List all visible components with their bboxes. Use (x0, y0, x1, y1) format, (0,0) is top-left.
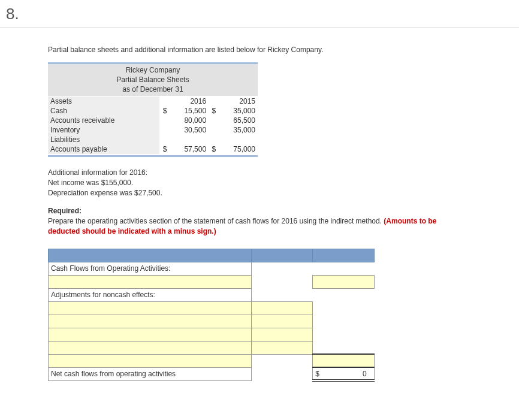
col-2015: 2015 (218, 96, 258, 106)
content: Partial balance sheets and additional in… (0, 28, 467, 388)
bs-company: Rickey Company (48, 65, 258, 75)
ws-input-r2c2[interactable] (254, 304, 310, 312)
ws-input-r6c1[interactable] (51, 356, 249, 365)
row-cash-2016-cur: $ (159, 106, 169, 116)
ws-input-r5c2[interactable] (254, 343, 310, 352)
row-inv-2016: 30,500 (169, 125, 209, 135)
required-block: Required: Prepare the operating activiti… (48, 206, 461, 236)
row-ap-2015: 75,000 (218, 144, 258, 154)
addl-heading: Additional information for 2016: (48, 168, 461, 178)
question-number: 8. (0, 0, 519, 28)
col-2016: 2016 (169, 96, 209, 106)
row-inv-label: Inventory (48, 125, 159, 135)
row-inv-2015: 35,000 (218, 125, 258, 135)
balance-sheet: Rickey Company Partial Balance Sheets as… (48, 62, 258, 157)
required-text: Prepare the operating activities section… (48, 217, 382, 225)
row-ap-2016: 57,500 (169, 144, 209, 154)
ws-input-r2c1[interactable] (51, 304, 249, 312)
row-ar-label: Accounts receivable (48, 116, 159, 125)
ws-section2: Adjustments for noncash effects: (49, 288, 252, 301)
ws-total-value: 0 (325, 370, 367, 378)
row-ap-label: Accounts payable (48, 144, 159, 154)
ws-total-cell: $ 0 (313, 367, 375, 380)
row-cash-label: Cash (48, 106, 159, 116)
ws-total-currency: $ (315, 370, 322, 378)
ws-input-r4c2[interactable] (254, 330, 310, 339)
ws-input-r4c1[interactable] (51, 330, 249, 339)
worksheet: Cash Flows from Operating Activities: Ad… (48, 249, 375, 382)
intro-text: Partial balance sheets and additional in… (48, 46, 461, 54)
required-label: Required: (48, 206, 461, 216)
row-cash-2015-cur: $ (209, 106, 218, 116)
ws-input-r1c1[interactable] (51, 277, 249, 286)
row-liab-label: Liabilities (48, 135, 159, 144)
addl-line1: Net income was $155,000. (48, 178, 461, 188)
row-cash-2016: 15,500 (169, 106, 209, 116)
bs-asof: as of December 31 (48, 84, 258, 94)
addl-line2: Depreciation expense was $27,500. (48, 188, 461, 198)
row-ar-2016: 80,000 (169, 116, 209, 125)
row-assets-label: Assets (48, 96, 159, 106)
row-cash-2015: 35,000 (218, 106, 258, 116)
ws-input-r5c1[interactable] (51, 343, 249, 352)
ws-input-r3c1[interactable] (51, 317, 249, 325)
ws-input-r6c3[interactable] (315, 356, 372, 365)
ws-input-r1c3[interactable] (315, 277, 372, 286)
ws-input-r3c2[interactable] (254, 317, 310, 325)
additional-info: Additional information for 2016: Net inc… (48, 168, 461, 198)
row-ap-2016-cur: $ (159, 144, 169, 154)
row-ap-2015-cur: $ (209, 144, 218, 154)
bs-title: Partial Balance Sheets (48, 75, 258, 84)
ws-section1: Cash Flows from Operating Activities: (49, 262, 252, 275)
row-ar-2015: 65,500 (218, 116, 258, 125)
ws-total-label: Net cash flows from operating activities (49, 367, 252, 380)
